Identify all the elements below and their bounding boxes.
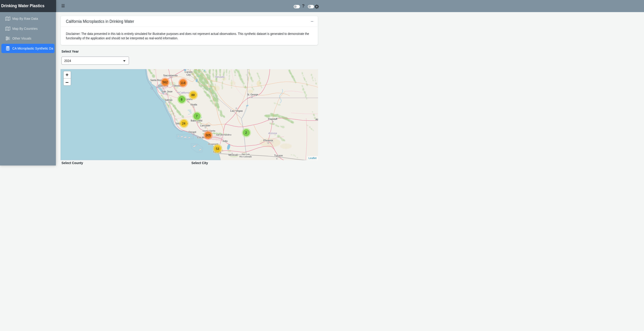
svg-text:San Bernardino: San Bernardino [216, 134, 232, 136]
svg-text:Carson: Carson [185, 70, 192, 73]
svg-text:Nevada: Nevada [215, 76, 224, 78]
svg-text:Río Colorado: Río Colorado [239, 156, 252, 158]
svg-text:Phoenix: Phoenix [263, 139, 273, 142]
svg-text:Oxnard: Oxnard [188, 130, 196, 133]
svg-text:Visalia: Visalia [190, 103, 197, 106]
svg-text:Salinas: Salinas [165, 99, 172, 101]
svg-text:San Luis: San Luis [242, 153, 250, 156]
svg-text:Indio: Indio [222, 140, 228, 142]
svg-text:Tucson: Tucson [274, 154, 283, 157]
svg-text:California: California [179, 91, 190, 94]
svg-text:City: City [186, 73, 191, 76]
svg-text:San Jose: San Jose [161, 90, 172, 93]
svg-text:Lancaster: Lancaster [200, 124, 211, 127]
svg-text:Las Vegas: Las Vegas [230, 110, 243, 112]
svg-text:Alb: Alb [316, 118, 318, 121]
svg-text:Mexicali: Mexicali [228, 154, 238, 156]
svg-text:Flagstaff: Flagstaff [268, 118, 277, 120]
svg-text:St. George: St. George [247, 93, 258, 96]
svg-text:Sacramento: Sacramento [163, 74, 178, 77]
svg-text:Arizona: Arizona [268, 132, 277, 134]
